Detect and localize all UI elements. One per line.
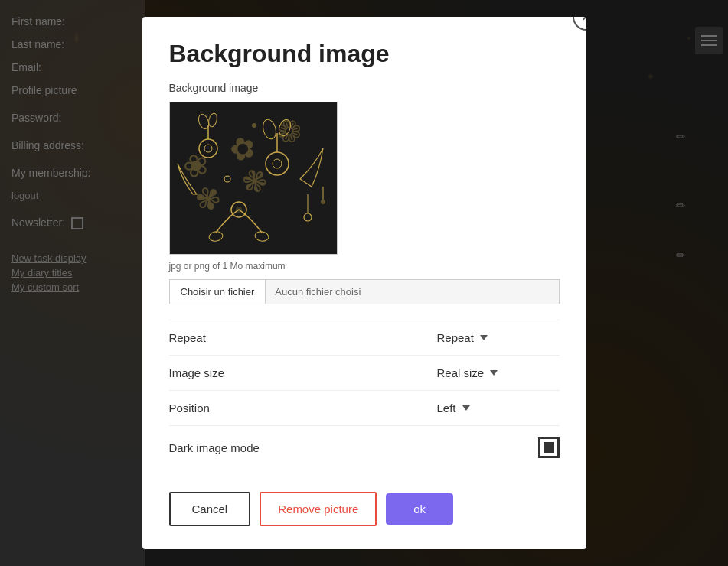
image-size-value: Real size — [437, 366, 485, 379]
dark-mode-checkbox-inner — [544, 442, 554, 453]
svg-point-18 — [321, 200, 325, 204]
floral-pattern-svg — [170, 102, 338, 255]
cancel-button[interactable]: Cancel — [169, 492, 251, 526]
file-hint: jpg or png of 1 Mo maximum — [169, 261, 560, 272]
modal-section-label: Background image — [169, 82, 560, 94]
image-size-chevron-icon[interactable] — [490, 370, 498, 376]
svg-point-15 — [252, 123, 256, 128]
dark-mode-checkbox[interactable] — [538, 437, 560, 458]
svg-point-10 — [276, 118, 292, 137]
modal-overlay: × Background image Background image — [0, 0, 728, 566]
modal-title: Background image — [169, 40, 560, 68]
image-size-select[interactable]: Real size — [437, 366, 560, 379]
svg-point-1 — [199, 139, 217, 158]
position-row: Position Left — [169, 390, 560, 425]
repeat-chevron-icon[interactable] — [480, 335, 488, 340]
image-preview — [169, 102, 338, 255]
file-input-row: Choisir un fichier Aucun fichier choisi — [169, 279, 560, 304]
svg-point-6 — [266, 152, 289, 175]
position-chevron-icon[interactable] — [462, 405, 470, 411]
svg-point-16 — [224, 176, 230, 182]
modal-close-button[interactable]: × — [573, 17, 586, 31]
background-image-modal: × Background image Background image — [142, 17, 586, 549]
repeat-value: Repeat — [437, 331, 474, 344]
svg-rect-0 — [170, 102, 338, 255]
svg-point-7 — [273, 159, 282, 168]
position-label: Position — [169, 402, 210, 415]
file-choose-button[interactable]: Choisir un fichier — [170, 280, 266, 304]
repeat-label: Repeat — [169, 331, 206, 344]
image-size-row: Image size Real size — [169, 355, 560, 390]
position-value: Left — [437, 402, 456, 415]
svg-point-9 — [260, 118, 277, 140]
file-no-choice-label: Aucun fichier choisi — [266, 280, 558, 304]
buttons-row: Cancel Remove picture ok — [169, 484, 560, 526]
dark-mode-row: Dark image mode — [169, 425, 560, 469]
ok-button[interactable]: ok — [386, 493, 453, 525]
dark-mode-label: Dark image mode — [169, 441, 260, 454]
repeat-row: Repeat Repeat — [169, 320, 560, 355]
image-size-label: Image size — [169, 366, 225, 379]
remove-picture-button[interactable]: Remove picture — [260, 492, 377, 526]
repeat-select[interactable]: Repeat — [437, 331, 560, 344]
svg-point-2 — [204, 145, 212, 152]
position-select[interactable]: Left — [437, 402, 560, 415]
